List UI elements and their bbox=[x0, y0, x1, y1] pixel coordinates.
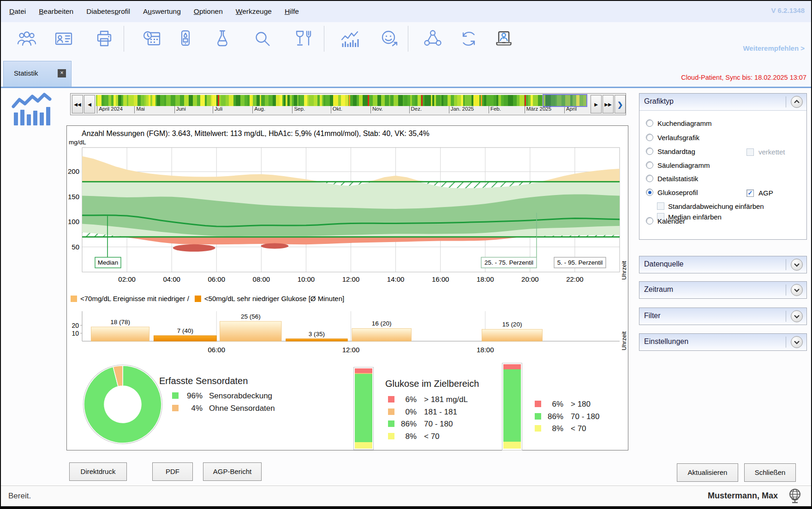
tir-legend-item: 86%70 - 180 bbox=[388, 420, 453, 429]
tir-segment bbox=[503, 442, 521, 449]
svg-text:16 (20): 16 (20) bbox=[372, 320, 392, 327]
aktualisieren-button[interactable]: Aktualisieren bbox=[677, 463, 738, 482]
graphtype-option-detailstatistik[interactable]: Detailstatistik bbox=[646, 175, 698, 184]
checkbox[interactable] bbox=[657, 202, 664, 210]
statistics-chart-panel: Anzahl Messungen (FGM): 3.643, Mittelwer… bbox=[66, 125, 628, 450]
tir-title: Glukose im Zielbereich bbox=[385, 379, 479, 389]
svg-text:06:00: 06:00 bbox=[208, 346, 225, 354]
toolbar-separator bbox=[324, 26, 324, 52]
direktdruck-button[interactable]: Direktdruck bbox=[69, 462, 127, 481]
cloud-sync-status: Cloud-Patient, Sync bis: 18.02.2025 13:0… bbox=[681, 74, 806, 81]
lab-flask-icon[interactable] bbox=[212, 29, 233, 49]
pdf-button[interactable]: PDF bbox=[152, 462, 193, 481]
nutrition-icon[interactable] bbox=[293, 29, 313, 49]
schlie-en-button[interactable]: Schließen bbox=[744, 463, 796, 482]
expand-button[interactable] bbox=[791, 310, 803, 322]
time-in-range-bar-1 bbox=[353, 367, 374, 450]
sync-icon[interactable] bbox=[459, 29, 479, 49]
chevron-down-icon bbox=[794, 341, 799, 343]
panel-section-datenquelle[interactable]: Datenquelle bbox=[639, 256, 807, 273]
menu-bar: DateiBearbeitenDiabetesprofilAuswertungO… bbox=[1, 1, 811, 23]
svg-text:Uhrzeit: Uhrzeit bbox=[621, 260, 627, 280]
tab-close-icon[interactable]: × bbox=[58, 69, 66, 77]
timeline-expand-button[interactable]: ❯ bbox=[615, 95, 626, 113]
tab-label: Statistik bbox=[14, 69, 38, 77]
svg-text:18:00: 18:00 bbox=[477, 275, 494, 283]
patients-group-icon[interactable] bbox=[17, 29, 37, 49]
panel-section-zeitraum[interactable]: Zeitraum bbox=[639, 281, 807, 299]
menu-item-diabetesprofil[interactable]: Diabetesprofil bbox=[86, 1, 130, 22]
patient-record-icon[interactable] bbox=[54, 29, 74, 49]
graphtype-option-kalender[interactable]: Kalender bbox=[646, 217, 685, 226]
radio-unselected[interactable] bbox=[646, 148, 653, 155]
radio-unselected[interactable] bbox=[646, 119, 653, 127]
checkbox-agp[interactable]: ✓ bbox=[746, 189, 754, 197]
timeline-next-button[interactable]: ▶ bbox=[591, 95, 602, 113]
agp-bericht-button[interactable]: AGP-Bericht bbox=[203, 462, 262, 481]
svg-text:20:00: 20:00 bbox=[521, 275, 539, 283]
calendar-clock-icon[interactable] bbox=[142, 29, 162, 49]
menu-item-bearbeiten[interactable]: Bearbeiten bbox=[39, 1, 73, 22]
globe-icon bbox=[787, 488, 803, 506]
graphtype-panel: Grafiktyp KuchendiagrammVerlaufsgrafikSt… bbox=[639, 93, 807, 240]
graphtype-option-standardtag[interactable]: Standardtagverkettet bbox=[646, 148, 695, 157]
radio-unselected[interactable] bbox=[646, 161, 653, 169]
tab-statistik[interactable]: Statistik × bbox=[3, 61, 72, 87]
wellbeing-icon[interactable] bbox=[379, 29, 400, 49]
menu-item-werkzeuge[interactable]: Werkzeuge bbox=[236, 1, 272, 22]
timeline-month-label: April bbox=[564, 106, 577, 113]
timeline-selection[interactable] bbox=[543, 94, 587, 107]
telemedicine-icon[interactable] bbox=[494, 29, 514, 49]
time-in-range-bar-2 bbox=[502, 363, 522, 450]
graphtype-option-verlaufsgrafik[interactable]: Verlaufsgrafik bbox=[646, 134, 699, 143]
radio-unselected[interactable] bbox=[646, 175, 653, 182]
radio-unselected[interactable] bbox=[646, 217, 653, 225]
tir-legend-item: 8%< 70 bbox=[535, 424, 586, 433]
timeline-first-button[interactable]: ◀◀ bbox=[72, 95, 83, 113]
menu-item-datei[interactable]: Datei bbox=[9, 1, 26, 22]
timeline-last-button[interactable]: ▶▶ bbox=[603, 95, 614, 113]
expand-button[interactable] bbox=[791, 259, 803, 271]
statistics-icon[interactable] bbox=[340, 29, 360, 49]
svg-text:5. - 95. Perzentil: 5. - 95. Perzentil bbox=[557, 259, 603, 266]
timeline-prev-button[interactable]: ◀ bbox=[84, 95, 95, 113]
svg-text:50: 50 bbox=[72, 243, 79, 251]
timeline-month-label: Okt. bbox=[331, 106, 342, 113]
expand-button[interactable] bbox=[791, 284, 803, 296]
chevron-down-icon bbox=[794, 315, 799, 318]
hypo-events-chart: 06:0012:0018:00102018 (78)7 (40)25 (56)3… bbox=[67, 307, 629, 367]
menu-item-optionen[interactable]: Optionen bbox=[194, 1, 223, 22]
printer-icon[interactable] bbox=[94, 29, 114, 49]
collapse-button[interactable] bbox=[791, 96, 803, 108]
glucose-meter-icon[interactable] bbox=[175, 29, 196, 49]
status-bar: Bereit. Mustermann, Max bbox=[1, 485, 811, 507]
search-icon[interactable] bbox=[252, 29, 273, 49]
timeline-barcode-strip[interactable] bbox=[96, 95, 587, 106]
graphtype-panel-title: Grafiktyp bbox=[644, 97, 674, 106]
graphtype-option-glukoseprofil[interactable]: Glukoseprofil✓AGP bbox=[646, 189, 698, 198]
menu-item-auswertung[interactable]: Auswertung bbox=[143, 1, 181, 22]
tir-segment bbox=[503, 364, 521, 369]
svg-text:12:00: 12:00 bbox=[342, 346, 360, 354]
graphtype-option-säulendiagramm[interactable]: Säulendiagramm bbox=[646, 161, 710, 171]
expand-button[interactable] bbox=[791, 336, 803, 348]
tir-segment bbox=[355, 374, 372, 442]
svg-text:04:00: 04:00 bbox=[163, 275, 180, 283]
low-legend-swatch bbox=[71, 296, 77, 302]
svg-text:25. - 75. Perzentil: 25. - 75. Perzentil bbox=[484, 259, 533, 266]
suboption-standardabweichung-einfärben[interactable]: Standardabweichung einfärben bbox=[657, 202, 764, 212]
svg-text:02:00: 02:00 bbox=[118, 275, 136, 283]
tir-legend-item: 8%< 70 bbox=[388, 432, 440, 441]
radio-selected[interactable] bbox=[646, 189, 653, 196]
panel-section-einstellungen[interactable]: Einstellungen bbox=[639, 333, 807, 351]
graphtype-panel-header[interactable]: Grafiktyp bbox=[639, 94, 806, 111]
menu-item-hilfe[interactable]: Hilfe bbox=[285, 1, 299, 22]
radio-unselected[interactable] bbox=[646, 134, 653, 141]
svg-text:14:00: 14:00 bbox=[387, 275, 405, 283]
referral-link[interactable]: Weiterempfehlen > bbox=[743, 44, 805, 52]
timeline-month-label: März 2025 bbox=[525, 106, 551, 113]
panel-section-filter[interactable]: Filter bbox=[639, 308, 807, 325]
share-network-icon[interactable] bbox=[423, 29, 443, 49]
graphtype-option-kuchendiagramm[interactable]: Kuchendiagramm bbox=[646, 119, 712, 129]
timeline-month-label: Sep. bbox=[292, 106, 305, 113]
